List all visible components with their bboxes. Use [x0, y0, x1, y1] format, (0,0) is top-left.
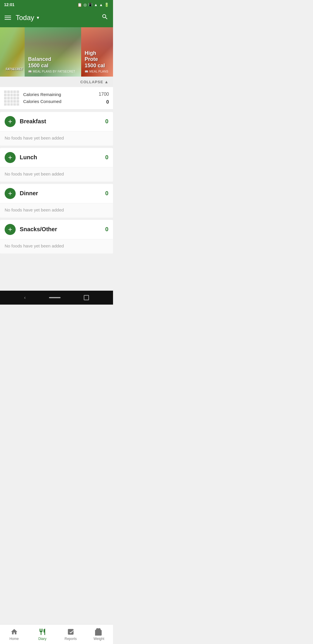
- meal-plan-card-right[interactable]: High Prote 1500 cal 📖 MEAL PLANS: [81, 27, 113, 77]
- target-icon: ◎: [83, 3, 87, 7]
- add-dinner-button[interactable]: +: [5, 188, 16, 199]
- calories-remaining-label: Calories Remaining: [23, 91, 99, 98]
- meal-header-dinner: + Dinner 0: [0, 184, 113, 203]
- chevron-down-icon: ▼: [36, 15, 40, 20]
- meal-plan-by-right: 📖 MEAL PLANS: [85, 70, 110, 73]
- fatsecret-label-left: FATSECRET: [6, 68, 23, 71]
- meal-name-lunch: Lunch: [20, 154, 105, 161]
- no-foods-lunch: No foods have yet been added: [0, 167, 113, 182]
- calories-summary: Calories Remaining Calories Consumed 170…: [0, 87, 113, 110]
- collapse-label: COLLAPSE: [80, 80, 103, 84]
- wifi-icon: ▲: [94, 3, 98, 7]
- status-bar: 12:01 📋 ◎ 📳 ▲ ▲ 🔋: [0, 0, 113, 9]
- calories-consumed-label: Calories Consumed: [23, 98, 99, 105]
- menu-button[interactable]: [5, 16, 11, 20]
- meal-name-dinner: Dinner: [20, 190, 105, 197]
- meal-name-snacks: Snacks/Other: [20, 226, 105, 233]
- meal-plan-by: 📖 MEAL PLANS BY FATSECRET: [28, 70, 78, 73]
- calories-remaining-value: 1700: [99, 91, 109, 98]
- header-left: Today ▼: [5, 14, 40, 22]
- meal-header-breakfast: + Breakfast 0: [0, 112, 113, 131]
- meal-sections: + Breakfast 0 No foods have yet been add…: [0, 112, 113, 254]
- meal-plans-banner[interactable]: FATSECRET Balanced 1500 cal 📖 MEAL PLANS…: [0, 27, 113, 77]
- content-area: FATSECRET Balanced 1500 cal 📖 MEAL PLANS…: [0, 27, 113, 291]
- system-nav-bar: ‹: [0, 291, 113, 305]
- meal-calories-lunch: 0: [105, 154, 108, 161]
- status-icons: 📋 ◎ 📳 ▲ ▲ 🔋: [77, 3, 109, 7]
- meal-name-breakfast: Breakfast: [20, 118, 105, 125]
- add-snacks-button[interactable]: +: [5, 224, 16, 235]
- book-icon: 📖: [28, 70, 32, 73]
- calories-grid-icon: [4, 91, 19, 106]
- meal-section-breakfast: + Breakfast 0 No foods have yet been add…: [0, 112, 113, 146]
- home-indicator[interactable]: [49, 297, 61, 298]
- calories-values: 1700 0: [99, 91, 109, 106]
- app-header: Today ▼: [0, 9, 113, 27]
- meal-plan-card-main[interactable]: Balanced 1500 cal 📖 MEAL PLANS BY FATSEC…: [25, 27, 81, 77]
- calories-consumed-value: 0: [99, 98, 109, 106]
- search-button[interactable]: [101, 13, 108, 22]
- meal-section-snacks: + Snacks/Other 0 No foods have yet been …: [0, 220, 113, 254]
- recents-button[interactable]: [84, 295, 89, 300]
- signal-icon: ▲: [99, 3, 103, 7]
- meal-calories-snacks: 0: [105, 226, 108, 233]
- collapse-bar[interactable]: COLLAPSE ▲: [0, 77, 113, 87]
- clipboard-icon: 📋: [77, 3, 82, 7]
- add-breakfast-button[interactable]: +: [5, 116, 16, 127]
- vibrate-icon: 📳: [88, 3, 92, 7]
- meal-plan-calories-right: 1500 cal: [85, 63, 110, 69]
- meal-plan-title-right: High Prote: [85, 50, 110, 63]
- meal-calories-dinner: 0: [105, 190, 108, 197]
- no-foods-breakfast: No foods have yet been added: [0, 131, 113, 146]
- date-label: Today: [16, 14, 34, 22]
- back-button[interactable]: ‹: [24, 295, 26, 300]
- header-title[interactable]: Today ▼: [16, 14, 40, 22]
- no-foods-dinner: No foods have yet been added: [0, 203, 113, 218]
- chevron-up-icon: ▲: [104, 79, 108, 84]
- battery-icon: 🔋: [104, 3, 109, 7]
- meal-section-lunch: + Lunch 0 No foods have yet been added: [0, 148, 113, 182]
- status-time: 12:01: [4, 2, 14, 7]
- add-lunch-button[interactable]: +: [5, 152, 16, 163]
- book-icon-right: 📖: [85, 70, 88, 73]
- meal-plan-title: Balanced: [28, 56, 78, 63]
- meal-plan-calories: 1500 cal: [28, 63, 78, 69]
- meal-calories-breakfast: 0: [105, 118, 108, 125]
- meal-section-dinner: + Dinner 0 No foods have yet been added: [0, 184, 113, 218]
- meal-header-lunch: + Lunch 0: [0, 148, 113, 167]
- meal-header-snacks: + Snacks/Other 0: [0, 220, 113, 239]
- no-foods-snacks: No foods have yet been added: [0, 239, 113, 254]
- meal-plan-card-left[interactable]: FATSECRET: [0, 27, 25, 77]
- calories-labels: Calories Remaining Calories Consumed: [23, 91, 99, 105]
